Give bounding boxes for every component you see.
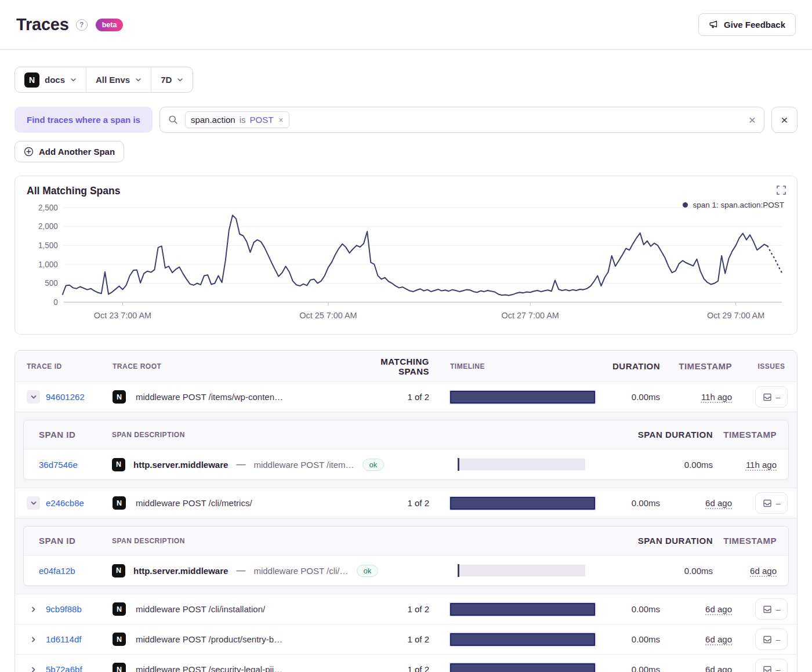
expand-trace-button[interactable] [27, 663, 40, 672]
token-remove-icon[interactable]: × [278, 115, 283, 125]
timeline-cell [450, 497, 612, 510]
expanded-spans-section: SPAN IDSPAN DESCRIPTIONSPAN DURATIONTIME… [15, 412, 797, 488]
chart-title: All Matching Spans [27, 185, 785, 197]
nextjs-logo-icon: N [113, 633, 126, 646]
span-description-cell: Nhttp.server.middleware—middleware POST … [103, 458, 458, 471]
description-separator: — [236, 459, 245, 470]
span-row: 36d7546eNhttp.server.middleware—middlewa… [24, 449, 788, 480]
search-filter-token[interactable]: span.action is POST × [185, 111, 289, 128]
col-trace-root: TRACE ROOT [108, 362, 369, 370]
trace-row: 9cb9f88bNmiddleware POST /cli/installati… [15, 594, 797, 624]
description-separator: — [236, 565, 245, 576]
collapse-trace-button[interactable] [27, 496, 40, 510]
issues-button[interactable]: – [755, 492, 788, 514]
trace-row: e246cb8eNmiddleware POST /cli/metrics/1 … [15, 488, 797, 518]
span-status-badge: ok [362, 459, 385, 471]
col-matching-spans: MATCHING SPANS [369, 357, 450, 376]
trace-row: 94601262Nmiddleware POST /items/wp-conte… [15, 382, 797, 412]
span-id-link[interactable]: e04fa12b [39, 566, 75, 576]
matching-spans-cell: 1 of 2 [369, 392, 450, 402]
span-timestamp-link[interactable]: 11h ago [746, 460, 777, 470]
issues-button[interactable]: – [755, 386, 788, 408]
timeline-bar[interactable] [450, 497, 595, 510]
span-timeline-bar[interactable] [458, 458, 585, 471]
issues-cell: – [746, 492, 797, 514]
span-id-cell: 36d7546e [24, 460, 103, 470]
trace-id-cell: 94601262 [15, 390, 108, 404]
duration-cell: 0.00ms [612, 634, 676, 644]
beta-badge: beta [96, 19, 124, 31]
trace-id-link[interactable]: e246cb8e [46, 498, 84, 508]
issues-button[interactable]: – [755, 659, 788, 672]
svg-text:Oct 29 7:00 AM: Oct 29 7:00 AM [707, 310, 764, 319]
issues-none-dash: – [776, 605, 781, 614]
col-span-duration: SPAN DURATION [603, 430, 713, 439]
col-span-description: SPAN DESCRIPTION [103, 537, 458, 545]
timeline-bar[interactable] [450, 633, 595, 646]
span-timeline-bar[interactable] [458, 564, 585, 577]
trace-id-link[interactable]: 5b72a6bf [46, 664, 82, 672]
legend-dot-icon [683, 202, 688, 208]
span-search-input[interactable]: span.action is POST × × [160, 107, 764, 133]
help-icon[interactable]: ? [76, 19, 88, 31]
chevron-right-icon [30, 636, 37, 643]
issues-inbox-icon [763, 499, 772, 508]
span-operation: http.server.middleware [133, 566, 228, 576]
span-timestamp-cell: 6d ago [713, 566, 788, 576]
collapse-trace-button[interactable] [27, 390, 40, 404]
issues-button[interactable]: – [755, 598, 788, 620]
search-icon [168, 115, 178, 125]
col-span-description: SPAN DESCRIPTION [103, 431, 458, 439]
search-clear-icon[interactable]: × [749, 114, 756, 126]
chevron-down-icon [70, 77, 77, 83]
plus-circle-icon [24, 147, 34, 157]
nextjs-logo-icon: N [112, 564, 125, 577]
matching-spans-cell: 1 of 2 [369, 634, 450, 644]
page-filter-bar: N docs All Envs 7D [14, 67, 193, 93]
fullscreen-icon[interactable] [776, 185, 786, 195]
remove-span-filter-button[interactable]: × [771, 107, 798, 133]
issues-none-dash: – [776, 665, 781, 672]
project-filter[interactable]: N docs [15, 67, 86, 92]
expand-trace-button[interactable] [27, 633, 40, 646]
spans-subtable: SPAN IDSPAN DESCRIPTIONSPAN DURATIONTIME… [23, 526, 789, 586]
timeline-bar[interactable] [450, 663, 595, 672]
trace-root-cell: Nmiddleware POST /product/sentry-b… [108, 633, 369, 646]
timestamp-link[interactable]: 11h ago [701, 392, 732, 402]
span-description-text: middleware POST /cli/… [253, 566, 348, 576]
trace-id-link[interactable]: 94601262 [46, 392, 85, 402]
trace-id-link[interactable]: 9cb9f88b [46, 604, 82, 614]
span-timestamp-link[interactable]: 6d ago [750, 566, 777, 576]
span-row: e04fa12bNhttp.server.middleware—middlewa… [24, 555, 788, 586]
timestamp-link[interactable]: 6d ago [705, 634, 732, 644]
timestamp-link[interactable]: 6d ago [705, 604, 732, 614]
issues-inbox-icon [763, 393, 772, 402]
span-status-badge: ok [357, 565, 379, 577]
token-value: POST [250, 115, 274, 125]
timestamp-link[interactable]: 6d ago [705, 664, 732, 672]
add-another-span-button[interactable]: Add Another Span [14, 141, 124, 162]
span-timeline-track [459, 459, 586, 470]
issues-inbox-icon [763, 635, 772, 644]
issues-button[interactable]: – [755, 629, 788, 650]
timeline-bar[interactable] [450, 391, 595, 404]
spans-line-chart[interactable]: 05001,0001,5002,0002,500Oct 23 7:00 AMOc… [27, 202, 785, 330]
duration-cell: 0.00ms [612, 664, 676, 672]
give-feedback-button[interactable]: Give Feedback [698, 13, 796, 36]
duration-cell: 0.00ms [612, 498, 676, 508]
timeline-bar[interactable] [450, 603, 595, 616]
span-timeline-track [459, 565, 586, 576]
date-range-filter[interactable]: 7D [151, 67, 193, 92]
trace-id-cell: e246cb8e [15, 496, 108, 510]
timeline-cell [450, 603, 612, 616]
search-scope-label: Find traces where a span is [14, 107, 153, 133]
timeline-cell [450, 391, 612, 404]
timestamp-link[interactable]: 6d ago [705, 498, 732, 508]
expand-trace-button[interactable] [27, 602, 40, 616]
duration-cell: 0.00ms [612, 392, 676, 402]
page-header: Traces ? beta Give Feedback [0, 0, 812, 50]
trace-id-link[interactable]: 1d6114df [46, 634, 81, 644]
span-id-link[interactable]: 36d7546e [39, 460, 78, 470]
timeline-cell [450, 663, 612, 672]
environment-filter[interactable]: All Envs [86, 67, 151, 92]
